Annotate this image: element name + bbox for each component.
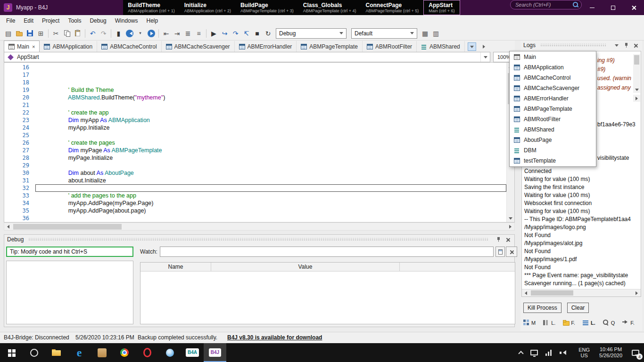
editor-tab[interactable]: ABMErrorHandler bbox=[235, 41, 297, 52]
scroll-left-icon[interactable] bbox=[522, 291, 530, 295]
b4a-app-button[interactable]: B4A bbox=[181, 343, 204, 362]
chevron-down-icon[interactable] bbox=[480, 52, 490, 62]
drag-handle[interactable] bbox=[28, 238, 488, 241]
signal-status-button[interactable] bbox=[545, 350, 552, 356]
side-panel-tab[interactable]: M bbox=[523, 320, 536, 326]
quicknav-buildtheme[interactable]: BuildTheme ABMApplication (ctrl + 1) bbox=[123, 0, 179, 15]
start-button[interactable] bbox=[0, 343, 23, 362]
module-dropdown-item[interactable]: ABMCacheControl bbox=[510, 73, 596, 83]
run-icon[interactable]: ▶ bbox=[208, 28, 219, 39]
scroll-left-icon[interactable] bbox=[4, 225, 12, 229]
step-into-icon[interactable]: ↪ bbox=[219, 28, 230, 39]
maximize-button[interactable] bbox=[603, 0, 623, 15]
module-dropdown-item[interactable]: ABMRootFilter bbox=[510, 114, 596, 124]
language-indicator[interactable]: ENG US bbox=[574, 347, 594, 358]
close-tab-icon[interactable]: × bbox=[32, 44, 35, 49]
indent-icon[interactable]: ⇥ bbox=[172, 28, 182, 39]
menu-item[interactable]: Tools bbox=[64, 16, 85, 26]
debug-type-combobox[interactable]: Debug bbox=[276, 28, 347, 39]
scrollbar-thumb[interactable] bbox=[531, 290, 573, 296]
code-area[interactable]: ' Build the Theme ABMShared.BuildTheme("… bbox=[35, 63, 506, 222]
menu-item[interactable]: Edit bbox=[19, 16, 38, 26]
menu-item[interactable]: Project bbox=[38, 16, 64, 26]
menu-item[interactable]: Help bbox=[142, 16, 162, 26]
save-icon[interactable] bbox=[25, 28, 35, 39]
quicknav-buildpage[interactable]: BuildPage ABMPageTemplate (ctrl + 3) bbox=[236, 0, 298, 15]
scrollbar-thumb[interactable] bbox=[13, 224, 122, 230]
scroll-down-icon[interactable] bbox=[507, 214, 514, 222]
scrollbar-thumb[interactable] bbox=[634, 55, 639, 65]
clear-watch-button[interactable] bbox=[506, 247, 517, 257]
step-over-icon[interactable]: ↷ bbox=[230, 28, 241, 39]
restart-icon[interactable]: ↻ bbox=[263, 28, 273, 39]
file-explorer-button[interactable] bbox=[45, 343, 68, 362]
module-dropdown-item[interactable]: AboutPage bbox=[510, 135, 596, 145]
browser-app-button[interactable] bbox=[158, 343, 181, 362]
navigate-menu-icon[interactable]: ▾ bbox=[135, 28, 146, 39]
side-panel-tab[interactable]: L. bbox=[543, 320, 555, 326]
logs-warning-scrollbar[interactable] bbox=[633, 54, 640, 93]
bookmark-icon[interactable]: ▮ bbox=[113, 28, 124, 39]
module-dropdown-item[interactable]: ABMApplication bbox=[510, 62, 596, 73]
editor-tab[interactable]: ABMApplication bbox=[40, 41, 97, 52]
module-dropdown-item[interactable]: ABMCacheScavenger bbox=[510, 83, 596, 93]
comment-icon[interactable]: ≣ bbox=[182, 28, 193, 39]
pin-button[interactable] bbox=[495, 236, 502, 243]
close-panel-button[interactable] bbox=[632, 42, 639, 49]
build-config-combobox[interactable]: Default bbox=[351, 28, 417, 39]
side-panel-tab[interactable]: Q bbox=[603, 320, 615, 326]
module-dropdown-item[interactable]: Main bbox=[510, 52, 596, 62]
watch-input[interactable] bbox=[160, 247, 494, 257]
tray-expand-button[interactable] bbox=[519, 350, 523, 355]
quicknav-class-globals[interactable]: Class_Globals ABMPageTemplate (ctrl + 4) bbox=[298, 0, 361, 15]
side-panel-tab[interactable]: F. bbox=[622, 320, 635, 326]
search-icon[interactable] bbox=[573, 2, 578, 8]
libraries-icon[interactable]: ▥ bbox=[430, 28, 441, 39]
opera-browser-button[interactable] bbox=[136, 343, 158, 362]
editor-tab[interactable]: ABMShared bbox=[417, 41, 465, 52]
scroll-right-icon[interactable] bbox=[633, 291, 641, 295]
search-button[interactable] bbox=[23, 343, 45, 362]
close-panel-button[interactable] bbox=[504, 236, 512, 243]
step-out-icon[interactable]: ↸ bbox=[241, 28, 252, 39]
module-dropdown-item[interactable]: ABMPageTemplate bbox=[510, 104, 596, 114]
code-editor[interactable]: 1617181920212223242526272829303132333435… bbox=[4, 62, 515, 222]
debug-variables-list[interactable] bbox=[6, 261, 133, 324]
module-dropdown-item[interactable]: ABMErrorHandler bbox=[510, 93, 596, 104]
open-icon[interactable] bbox=[14, 28, 25, 39]
close-button[interactable] bbox=[623, 0, 644, 15]
editor-tab[interactable]: ABMCacheControl bbox=[97, 41, 161, 52]
editor-tab[interactable]: ABMPageTemplate bbox=[297, 41, 363, 52]
quicknav-appstart[interactable]: AppStart Main (ctrl + 6) bbox=[423, 0, 460, 15]
save-all-icon[interactable]: ⊞ bbox=[35, 28, 46, 39]
tab-scroll-right-button[interactable] bbox=[480, 42, 488, 51]
drag-handle[interactable] bbox=[540, 44, 606, 47]
designer-icon[interactable]: ▦ bbox=[420, 28, 430, 39]
sub-selector-combobox[interactable]: AppStart bbox=[4, 52, 490, 62]
scroll-down-icon[interactable] bbox=[633, 86, 640, 93]
navigate-forward-icon[interactable] bbox=[146, 28, 157, 39]
menu-item[interactable]: Windows bbox=[111, 16, 142, 26]
update-link[interactable]: B4J v8.30 is available for download bbox=[227, 334, 322, 341]
watch-table[interactable]: Name Value bbox=[140, 262, 515, 324]
tab-list-chevron-button[interactable] bbox=[468, 42, 476, 51]
pinned-app-button[interactable] bbox=[91, 343, 113, 362]
editor-tab[interactable]: ABMRootFilter bbox=[363, 41, 417, 52]
copy-icon[interactable] bbox=[61, 28, 72, 39]
editor-tab[interactable]: Main × bbox=[4, 41, 40, 52]
b4j-app-button[interactable]: B4J bbox=[204, 343, 226, 362]
cut-icon[interactable]: ✂ bbox=[50, 28, 61, 39]
logs-horizontal-scrollbar[interactable] bbox=[522, 289, 641, 296]
new-module-icon[interactable]: ▤ bbox=[3, 28, 14, 39]
network-status-button[interactable] bbox=[530, 350, 538, 355]
panel-menu-button[interactable] bbox=[613, 42, 620, 49]
editor-tab[interactable]: ABMCacheScavenger bbox=[162, 41, 235, 52]
side-panel-tab[interactable]: L. bbox=[583, 320, 595, 326]
edge-browser-button[interactable]: e bbox=[68, 343, 91, 362]
module-dropdown-item[interactable]: testTemplate bbox=[510, 156, 596, 166]
search-input[interactable] bbox=[510, 0, 582, 9]
stop-icon[interactable]: ■ bbox=[252, 28, 263, 39]
volume-button[interactable] bbox=[560, 350, 566, 356]
module-dropdown-item[interactable]: DBM bbox=[510, 145, 596, 156]
menu-item[interactable]: File bbox=[2, 16, 19, 26]
